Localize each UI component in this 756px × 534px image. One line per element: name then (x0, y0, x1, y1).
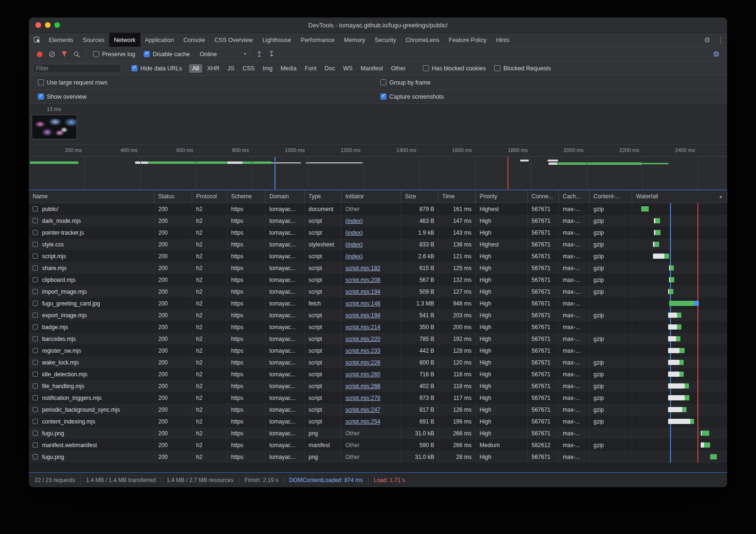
tab-chromelens[interactable]: ChromeLens (401, 33, 444, 47)
checkbox-box[interactable] (93, 51, 99, 57)
table-row[interactable]: wake_lock.mjs200h2httpstomayac...scripts… (29, 356, 727, 368)
initiator-link[interactable]: script.mjs:208 (342, 274, 401, 286)
network-settings-gear-icon[interactable]: ⚙ (710, 49, 722, 60)
checkbox-box[interactable] (144, 51, 150, 57)
initiator-link[interactable]: script.mjs:214 (342, 321, 401, 333)
filter-type-css[interactable]: CSS (239, 64, 258, 73)
column-header-status[interactable]: Status (155, 190, 192, 203)
checkbox-box[interactable] (38, 93, 44, 100)
inspect-icon[interactable] (31, 33, 44, 47)
table-row[interactable]: fugu_greeting_card.jpg200h2httpstomayac.… (29, 297, 727, 309)
minimize-button[interactable] (45, 22, 51, 28)
devtools-settings-gear-icon[interactable]: ⚙ (701, 33, 714, 47)
filter-type-manifest[interactable]: Manifest (357, 64, 386, 73)
tab-feature-policy[interactable]: Feature Policy (444, 33, 491, 47)
hide-data-urls-checkbox[interactable]: Hide data URLs (131, 65, 182, 72)
close-button[interactable] (35, 22, 41, 28)
initiator-link[interactable]: script.mjs:194 (342, 286, 401, 297)
initiator-link[interactable]: script.mjs:226 (342, 356, 401, 368)
column-header-waterfall[interactable]: Waterfall▲ (632, 190, 727, 203)
preserve-log-checkbox[interactable]: Preserve log (93, 51, 135, 58)
zoom-button[interactable] (54, 22, 60, 28)
table-row[interactable]: public/200h2httpstomayac...documentOther… (29, 203, 727, 215)
filter-type-doc[interactable]: Doc (321, 64, 338, 73)
table-row[interactable]: fugu.png200h2httpstomayac...pngOther31.0… (29, 451, 727, 463)
kebab-menu-icon[interactable]: ⋮ (714, 33, 727, 47)
tab-sources[interactable]: Sources (78, 33, 109, 47)
table-row[interactable]: file_handling.mjs200h2httpstomayac...scr… (29, 380, 727, 392)
tab-network[interactable]: Network (109, 33, 140, 47)
group-by-frame-checkbox[interactable]: Group by frame (380, 79, 430, 86)
initiator-link[interactable]: script.mjs:254 (342, 415, 401, 427)
export-har-icon[interactable]: ↧ (266, 49, 278, 60)
initiator-link[interactable]: script.mjs:278 (342, 392, 401, 404)
column-header-type[interactable]: Type (305, 190, 342, 203)
blocked-requests-checkbox[interactable]: Blocked Requests (494, 65, 551, 72)
initiator-link[interactable]: script.mjs:146 (342, 297, 401, 309)
clear-icon[interactable] (46, 49, 58, 60)
tab-css-overview[interactable]: CSS Overview (210, 33, 258, 47)
table-row[interactable]: badge.mjs200h2httpstomayac...scriptscrip… (29, 321, 727, 333)
filter-type-other[interactable]: Other (387, 64, 409, 73)
table-row[interactable]: clipboard.mjs200h2httpstomayac...scripts… (29, 274, 727, 286)
table-row[interactable]: manifest.webmanifest200h2httpstomayac...… (29, 439, 727, 451)
show-overview-checkbox[interactable]: Show overview (38, 93, 86, 100)
initiator-link[interactable]: script.mjs:247 (342, 404, 401, 415)
checkbox-box[interactable] (380, 79, 387, 85)
column-header-time[interactable]: Time (438, 190, 476, 203)
column-header-protocol[interactable]: Protocol (192, 190, 227, 203)
table-row[interactable]: pointer-tracker.js200h2httpstomayac...sc… (29, 227, 727, 238)
column-header-cache[interactable]: Cach... (559, 190, 590, 203)
initiator-link[interactable]: (index) (342, 215, 401, 227)
column-header-priority[interactable]: Priority (476, 190, 528, 203)
table-row[interactable]: barcodes.mjs200h2httpstomayac...scriptsc… (29, 333, 727, 345)
table-row[interactable]: style.css200h2httpstomayac...stylesheet(… (29, 238, 727, 250)
checkbox-box[interactable] (380, 93, 387, 100)
initiator-link[interactable]: script.mjs:220 (342, 333, 401, 345)
filter-type-img[interactable]: Img (259, 64, 276, 73)
table-row[interactable]: script.mjs200h2httpstomayac...script(ind… (29, 250, 727, 262)
initiator-link[interactable]: (index) (342, 238, 401, 250)
table-row[interactable]: content_indexing.mjs200h2httpstomayac...… (29, 415, 727, 427)
overview-timeline[interactable]: 200 ms400 ms600 ms800 ms1000 ms1200 ms14… (29, 144, 727, 190)
initiator-link[interactable]: (index) (342, 250, 401, 262)
disable-cache-checkbox[interactable]: Disable cache (144, 51, 190, 58)
filter-type-font[interactable]: Font (301, 64, 320, 73)
tab-console[interactable]: Console (179, 33, 210, 47)
initiator-link[interactable]: script.mjs:266 (342, 380, 401, 392)
has-blocked-cookies-checkbox[interactable]: Has blocked cookies (423, 65, 486, 72)
table-row[interactable]: register_sw.mjs200h2httpstomayac...scrip… (29, 345, 727, 356)
throttling-dropdown[interactable]: Online ▼ (200, 51, 247, 58)
tab-application[interactable]: Application (140, 33, 179, 47)
record-button[interactable] (34, 49, 46, 60)
filter-type-all[interactable]: All (189, 64, 202, 73)
table-row[interactable]: notification_triggers.mjs200h2httpstomay… (29, 392, 727, 404)
filter-input[interactable] (33, 64, 121, 73)
initiator-link[interactable]: script.mjs:260 (342, 368, 401, 380)
table-row[interactable]: idle_detection.mjs200h2httpstomayac...sc… (29, 368, 727, 380)
table-row[interactable]: periodic_background_sync.mjs200h2httpsto… (29, 404, 727, 415)
initiator-link[interactable]: script.mjs:182 (342, 262, 401, 274)
import-har-icon[interactable]: ↥ (253, 49, 266, 60)
filter-type-xhr[interactable]: XHR (204, 64, 223, 73)
initiator-link[interactable]: (index) (342, 227, 401, 238)
use-large-request-rows-checkbox[interactable]: Use large request rows (38, 79, 108, 86)
initiator-link[interactable]: script.mjs:194 (342, 309, 401, 321)
search-icon[interactable] (70, 49, 83, 60)
table-row[interactable]: dark_mode.mjs200h2httpstomayac...script(… (29, 215, 727, 227)
column-header-initiator[interactable]: Initiator (342, 190, 401, 203)
table-row[interactable]: share.mjs200h2httpstomayac...scriptscrip… (29, 262, 727, 274)
checkbox-box[interactable] (423, 65, 429, 71)
column-header-domain[interactable]: Domain (266, 190, 305, 203)
checkbox-box[interactable] (131, 65, 137, 71)
checkbox-box[interactable] (494, 65, 500, 71)
filter-type-js[interactable]: JS (224, 64, 238, 73)
table-row[interactable]: fugu.png200h2httpstomayac...pngOther31.0… (29, 427, 727, 439)
column-header-content[interactable]: Content-... (590, 190, 632, 203)
capture-screenshots-checkbox[interactable]: Capture screenshots (380, 93, 444, 100)
table-row[interactable]: export_image.mjs200h2httpstomayac...scri… (29, 309, 727, 321)
tab-lighthouse[interactable]: Lighthouse (258, 33, 296, 47)
column-header-scheme[interactable]: Scheme (227, 190, 266, 203)
filter-type-media[interactable]: Media (277, 64, 300, 73)
column-header-name[interactable]: Name (29, 190, 155, 203)
